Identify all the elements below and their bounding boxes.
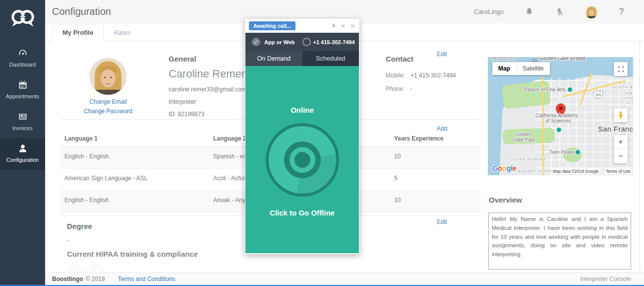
poi-icon	[567, 87, 573, 92]
sidebar-item-label: Configuration	[6, 157, 39, 163]
call-widget-header[interactable]: Awaiting call...	[245, 19, 359, 33]
google-logo[interactable]: Google	[492, 164, 517, 172]
sidebar-item-label: Appointments	[6, 93, 39, 99]
online-status-label: Online	[291, 106, 314, 114]
sidebar-item-configuration[interactable]: Configuration	[0, 138, 45, 170]
radio-unselected-icon	[302, 38, 311, 46]
page-footer: Boostlingo © 2019 Terms and Conditions I…	[45, 272, 644, 286]
mobile-value: +1 415-302-7494	[410, 72, 456, 79]
online-panel: Online Click to Go Offline	[245, 66, 359, 253]
profile-photo	[90, 58, 126, 95]
change-email-link[interactable]: Change Email	[63, 97, 153, 107]
call-widget-tabs: On Demand Scheduled	[245, 51, 359, 66]
map-label: San Francisco	[598, 125, 633, 133]
calendar-icon	[18, 80, 28, 90]
contact-section: Contact Mobile: +1 415-302-7494 Phone: -	[386, 55, 485, 92]
help-icon[interactable]: ?	[619, 6, 624, 17]
pegman-button[interactable]	[614, 108, 628, 122]
map-view-button[interactable]: Map	[492, 62, 516, 75]
go-offline-label: Click to Go Offline	[270, 209, 335, 217]
mic-muted-icon[interactable]	[555, 7, 564, 16]
map-label: OUTER SUNSET	[510, 157, 547, 161]
sidebar-item-label: Dashboard	[9, 62, 36, 68]
widget-header-icons	[331, 23, 355, 29]
map-label: NORTH BEA	[612, 85, 633, 89]
status-badge: Awaiting call...	[249, 21, 295, 30]
route-101-shield: 101	[593, 91, 603, 98]
years-cell: 10	[394, 153, 477, 160]
account-links: Change Email Change Password	[63, 97, 153, 116]
footer-brand: Boostlingo	[52, 276, 83, 283]
terms-and-conditions-link[interactable]: Terms and Conditions	[118, 276, 176, 283]
poi-icon	[556, 127, 562, 133]
tab-on-demand[interactable]: On Demand	[245, 51, 302, 66]
sidebar-item-dashboard[interactable]: Dashboard	[0, 43, 45, 74]
map-label: Twin Peaks	[549, 149, 575, 155]
lang1-cell: English - English	[64, 153, 213, 160]
map-type-control: Map Satellite	[492, 62, 550, 75]
satellite-view-button[interactable]: Satellite	[517, 62, 550, 75]
bell-icon[interactable]	[525, 7, 534, 16]
tab-rates[interactable]: Rates	[104, 24, 140, 41]
col-years: Years Experience	[394, 135, 477, 142]
profile-name: Caroline Remer	[169, 68, 246, 80]
sidebar-item-appointments[interactable]: Appointments	[0, 74, 45, 106]
languages-add-link[interactable]: Add	[437, 125, 447, 132]
sidebar: Dashboard Appointments Invoices Configur…	[0, 0, 45, 286]
fullscreen-icon	[618, 66, 624, 72]
degree-value: -	[67, 237, 69, 244]
map-label: Golden	[516, 132, 531, 137]
map-label: Palace of Fine Arts	[524, 87, 566, 92]
degree-edit-link[interactable]: Edit	[437, 218, 447, 225]
contact-phone-row: Phone: -	[386, 85, 485, 92]
map-label: of Sciences	[545, 118, 571, 124]
call-widget: Awaiting call... ✓ App or Web +1 415-302…	[245, 19, 359, 254]
phone-label: Phone:	[386, 85, 405, 92]
general-section: General Caroline Remer caroline.remer33@…	[169, 55, 246, 118]
location-map[interactable]: Headlands Golden Gate Bridge Palace of F…	[488, 57, 633, 175]
go-offline-button[interactable]	[266, 123, 339, 197]
change-password-link[interactable]: Change Password	[63, 107, 153, 116]
overview-textarea[interactable]: Hello! My Name is Caroline and I am a Sp…	[488, 213, 631, 270]
map-attribution: Map data ©2019 Google	[551, 168, 600, 174]
zoom-in-button[interactable]: +	[614, 135, 628, 149]
map-label: California Academy	[535, 113, 578, 118]
map-zoom-control: + −	[614, 135, 628, 163]
degree-heading: Degree	[67, 222, 92, 230]
source-app-or-web[interactable]: ✓ App or Web	[245, 38, 302, 46]
bell-icon[interactable]	[331, 23, 337, 29]
contact-mobile-row: Mobile: +1 415-302-7494	[386, 72, 485, 79]
interpreter-console-page: Dashboard Appointments Invoices Configur…	[0, 0, 644, 286]
tab-scheduled[interactable]: Scheduled	[302, 51, 359, 66]
map-terms-link[interactable]: Terms of Use	[604, 168, 632, 174]
header-avatar[interactable]	[585, 5, 598, 18]
years-cell: 5	[394, 175, 477, 182]
header-actions: CaroLingo ?	[474, 5, 624, 18]
scrollbar-track[interactable]	[640, 0, 640, 286]
tab-my-profile[interactable]: My Profile	[52, 24, 104, 41]
user-icon	[18, 143, 28, 153]
boostlingo-logo[interactable]	[0, 0, 45, 37]
lang1-cell: American Sign Language - ASL	[64, 175, 213, 182]
profile-id: ID: 82199873	[169, 111, 246, 118]
zoom-out-button[interactable]: −	[614, 149, 628, 163]
console-label: Interpreter Console	[580, 276, 631, 283]
profile-role: Interpreter	[169, 98, 246, 105]
page-title: Configuration	[52, 6, 111, 17]
general-heading: General	[169, 55, 246, 63]
fullscreen-button[interactable]	[614, 62, 628, 76]
target-icon	[284, 142, 321, 178]
sidebar-item-invoices[interactable]: Invoices	[0, 106, 45, 138]
dashboard-icon	[18, 48, 28, 58]
phone-value: -	[410, 85, 412, 92]
chevron-down-icon[interactable]	[340, 23, 346, 29]
source-phone-number[interactable]: +1 415-302-7494	[302, 38, 359, 46]
years-cell: 10	[394, 197, 477, 204]
map-label: DIS	[627, 100, 633, 105]
profile-email: caroline.remer33@gmail.com	[169, 86, 246, 93]
lang1-cell: English - English	[64, 197, 213, 204]
user-name[interactable]: CaroLingo	[474, 8, 504, 15]
map-label: FINA	[626, 96, 633, 100]
close-icon[interactable]	[350, 23, 355, 29]
overview-heading: Overview	[489, 196, 522, 204]
